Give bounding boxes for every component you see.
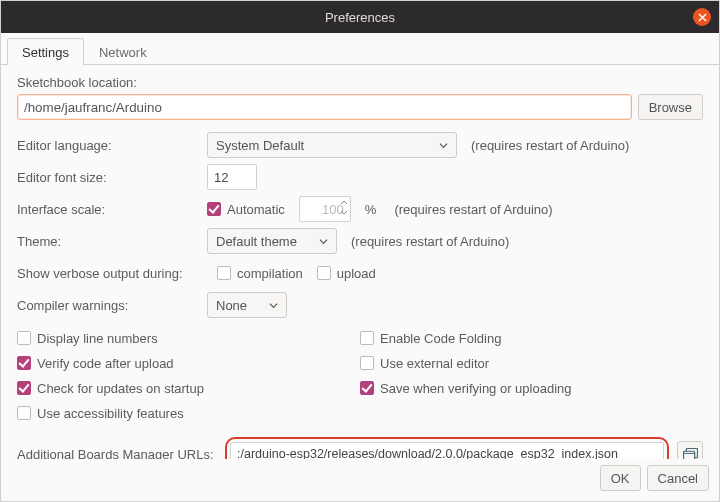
- sketchbook-label: Sketchbook location:: [17, 75, 703, 90]
- chevron-down-icon: [439, 141, 448, 150]
- automatic-label: Automatic: [227, 202, 285, 217]
- editor-font-input[interactable]: [207, 164, 257, 190]
- compilation-label: compilation: [237, 266, 303, 281]
- window-title: Preferences: [325, 10, 395, 25]
- editor-font-label: Editor font size:: [17, 170, 207, 185]
- theme-restart-hint: (requires restart of Arduino): [351, 234, 509, 249]
- theme-value: Default theme: [216, 234, 297, 249]
- code-folding-label: Enable Code Folding: [380, 331, 501, 346]
- check-updates-checkbox[interactable]: [17, 381, 31, 395]
- chevron-down-icon: [269, 301, 278, 310]
- chevron-up-icon: [339, 198, 349, 207]
- display-line-numbers-checkbox[interactable]: [17, 331, 31, 345]
- theme-select[interactable]: Default theme: [207, 228, 337, 254]
- sketchbook-location-input[interactable]: [17, 94, 632, 120]
- verbose-label: Show verbose output during:: [17, 266, 217, 281]
- urls-label: Additional Boards Manager URLs:: [17, 447, 217, 460]
- verify-code-label: Verify code after upload: [37, 356, 174, 371]
- close-button[interactable]: [693, 8, 711, 26]
- save-verify-checkbox[interactable]: [360, 381, 374, 395]
- ok-button[interactable]: OK: [600, 465, 641, 491]
- content: Sketchbook location: Browse Editor langu…: [1, 65, 719, 459]
- check-updates-label: Check for updates on startup: [37, 381, 204, 396]
- external-editor-checkbox[interactable]: [360, 356, 374, 370]
- chevron-down-icon: [319, 237, 328, 246]
- urls-highlight-box: [225, 437, 669, 459]
- manage-urls-button[interactable]: [677, 441, 703, 459]
- titlebar: Preferences: [1, 1, 719, 33]
- code-folding-checkbox[interactable]: [360, 331, 374, 345]
- verify-code-checkbox[interactable]: [17, 356, 31, 370]
- compiler-warnings-label: Compiler warnings:: [17, 298, 207, 313]
- compiler-warnings-select[interactable]: None: [207, 292, 287, 318]
- display-line-numbers-label: Display line numbers: [37, 331, 158, 346]
- percent-label: %: [365, 202, 377, 217]
- scale-restart-hint: (requires restart of Arduino): [394, 202, 552, 217]
- theme-label: Theme:: [17, 234, 207, 249]
- compilation-checkbox[interactable]: [217, 266, 231, 280]
- external-editor-label: Use external editor: [380, 356, 489, 371]
- accessibility-checkbox[interactable]: [17, 406, 31, 420]
- upload-checkbox[interactable]: [317, 266, 331, 280]
- lang-restart-hint: (requires restart of Arduino): [471, 138, 629, 153]
- tab-network[interactable]: Network: [84, 38, 162, 65]
- tab-bar: Settings Network: [1, 33, 719, 65]
- upload-label: upload: [337, 266, 376, 281]
- boards-manager-urls-input[interactable]: [230, 442, 664, 459]
- editor-language-label: Editor language:: [17, 138, 207, 153]
- preferences-window: Preferences Settings Network Sketchbook …: [0, 0, 720, 502]
- editor-language-select[interactable]: System Default: [207, 132, 457, 158]
- accessibility-label: Use accessibility features: [37, 406, 184, 421]
- chevron-down-icon: [339, 208, 349, 217]
- editor-language-value: System Default: [216, 138, 304, 153]
- dialog-buttons: OK Cancel: [1, 459, 719, 501]
- cancel-button[interactable]: Cancel: [647, 465, 709, 491]
- interface-scale-label: Interface scale:: [17, 202, 207, 217]
- scale-spinner[interactable]: [339, 198, 349, 217]
- close-icon: [698, 13, 707, 22]
- save-verify-label: Save when verifying or uploading: [380, 381, 572, 396]
- automatic-checkbox[interactable]: [207, 202, 221, 216]
- window-stack-icon: [683, 448, 698, 460]
- browse-button[interactable]: Browse: [638, 94, 703, 120]
- svg-rect-1: [683, 451, 694, 459]
- compiler-warnings-value: None: [216, 298, 247, 313]
- tab-settings[interactable]: Settings: [7, 38, 84, 65]
